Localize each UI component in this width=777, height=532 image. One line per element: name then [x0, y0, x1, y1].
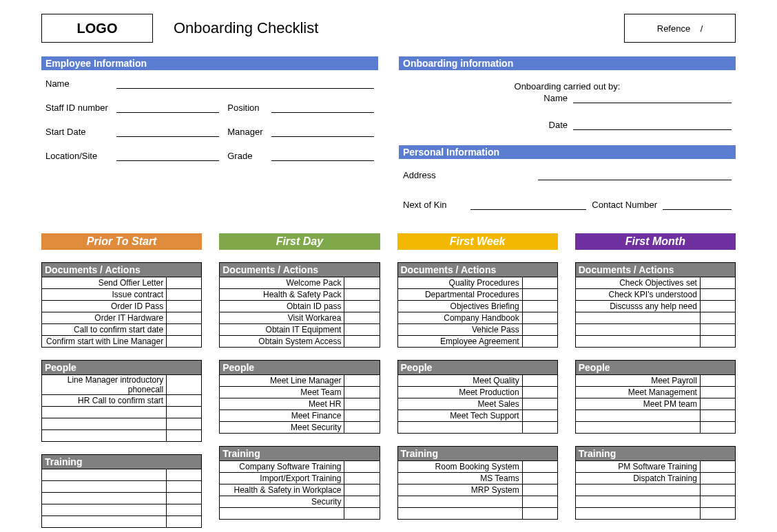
check-cell[interactable]	[522, 336, 557, 348]
startdate-field[interactable]	[116, 125, 219, 137]
check-cell[interactable]	[167, 516, 202, 528]
block-header: Training	[41, 454, 202, 469]
check-cell[interactable]	[522, 485, 557, 496]
check-cell[interactable]	[700, 398, 735, 410]
employee-info-header: Employee Information	[41, 56, 378, 70]
check-cell[interactable]	[167, 324, 202, 336]
check-cell[interactable]	[700, 410, 735, 422]
table-row: Company Handbook	[397, 312, 557, 324]
table-row: Security	[220, 496, 380, 508]
check-cell[interactable]	[700, 277, 735, 289]
item-cell	[42, 504, 167, 516]
check-cell[interactable]	[700, 387, 735, 398]
check-cell[interactable]	[344, 324, 380, 336]
location-field[interactable]	[116, 149, 219, 161]
check-cell[interactable]	[522, 289, 557, 301]
check-cell[interactable]	[344, 398, 380, 410]
check-cell[interactable]	[167, 430, 202, 442]
name-field[interactable]	[116, 77, 374, 89]
table-row: HR Call to confirm start	[42, 395, 202, 407]
check-cell[interactable]	[344, 336, 380, 348]
check-cell[interactable]	[522, 375, 557, 387]
table-row: Meet Sales	[397, 398, 557, 410]
check-cell[interactable]	[344, 496, 380, 508]
check-cell[interactable]	[344, 312, 380, 324]
check-cell[interactable]	[700, 461, 735, 473]
check-cell[interactable]	[167, 481, 202, 493]
item-cell: Obtain ID pass	[220, 301, 344, 312]
reference-sep: /	[701, 23, 703, 34]
check-cell[interactable]	[700, 473, 735, 485]
check-cell[interactable]	[344, 473, 380, 485]
table-row: Discusss any help need	[575, 301, 735, 312]
check-cell[interactable]	[700, 508, 735, 520]
check-cell[interactable]	[700, 289, 735, 301]
table-row	[575, 324, 735, 336]
check-cell[interactable]	[167, 289, 202, 301]
check-cell[interactable]	[167, 504, 202, 516]
check-cell[interactable]	[167, 407, 202, 418]
check-cell[interactable]	[167, 469, 202, 481]
block-header: Documents / Actions	[397, 262, 558, 277]
check-cell[interactable]	[344, 301, 380, 312]
item-cell: Meet Production	[397, 387, 522, 398]
check-cell[interactable]	[344, 289, 380, 301]
address-field[interactable]	[538, 169, 732, 180]
check-cell[interactable]	[167, 277, 202, 289]
check-cell[interactable]	[522, 508, 557, 520]
personal-info-header: Personal Information	[399, 145, 736, 159]
check-cell[interactable]	[344, 387, 380, 398]
item-cell	[220, 508, 344, 520]
check-cell[interactable]	[522, 324, 557, 336]
check-cell[interactable]	[344, 461, 380, 473]
check-cell[interactable]	[700, 496, 735, 508]
check-cell[interactable]	[700, 485, 735, 496]
check-cell[interactable]	[344, 485, 380, 496]
nextofkin-field[interactable]	[470, 198, 586, 210]
check-cell[interactable]	[522, 277, 557, 289]
checklist-block: Training	[41, 454, 202, 528]
check-cell[interactable]	[700, 312, 735, 324]
position-field[interactable]	[271, 101, 374, 113]
check-cell[interactable]	[167, 395, 202, 407]
item-cell: Employee Agreement	[397, 336, 522, 348]
check-cell[interactable]	[522, 387, 557, 398]
table-row: Check Objectives set	[575, 277, 735, 289]
block-table: Meet Line ManagerMeet TeamMeet HRMeet Fi…	[219, 374, 380, 434]
check-cell[interactable]	[522, 312, 557, 324]
check-cell[interactable]	[344, 277, 380, 289]
check-cell[interactable]	[700, 422, 735, 434]
check-cell[interactable]	[167, 336, 202, 348]
item-cell: Company Software Training	[220, 461, 344, 473]
check-cell[interactable]	[167, 312, 202, 324]
check-cell[interactable]	[522, 461, 557, 473]
check-cell[interactable]	[167, 301, 202, 312]
check-cell[interactable]	[522, 398, 557, 410]
onboarder-name-field[interactable]	[573, 92, 732, 103]
check-cell[interactable]	[522, 496, 557, 508]
checklist-block: PeopleMeet Line ManagerMeet TeamMeet HRM…	[219, 360, 380, 434]
check-cell[interactable]	[344, 375, 380, 387]
staffid-field[interactable]	[116, 101, 219, 113]
check-cell[interactable]	[700, 375, 735, 387]
check-cell[interactable]	[167, 418, 202, 430]
check-cell[interactable]	[700, 324, 735, 336]
checklist-block: Documents / ActionsCheck Objectives setC…	[575, 262, 736, 348]
check-cell[interactable]	[522, 473, 557, 485]
manager-field[interactable]	[271, 125, 374, 137]
check-cell[interactable]	[522, 410, 557, 422]
checklist-block: TrainingPM Software TrainingDispatch Tra…	[575, 446, 736, 520]
check-cell[interactable]	[344, 410, 380, 422]
contact-field[interactable]	[663, 198, 732, 210]
check-cell[interactable]	[344, 422, 380, 434]
check-cell[interactable]	[522, 422, 557, 434]
grade-field[interactable]	[271, 149, 374, 161]
check-cell[interactable]	[344, 508, 380, 520]
check-cell[interactable]	[700, 336, 735, 348]
check-cell[interactable]	[700, 301, 735, 312]
table-row	[42, 430, 202, 442]
check-cell[interactable]	[167, 493, 202, 504]
check-cell[interactable]	[167, 375, 202, 395]
check-cell[interactable]	[522, 301, 557, 312]
onboarder-date-field[interactable]	[573, 118, 732, 130]
